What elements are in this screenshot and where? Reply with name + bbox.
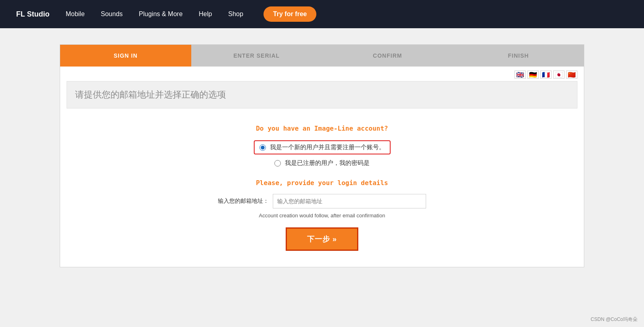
nav-item-help[interactable]: Help [199, 10, 212, 18]
email-row: 输入您的邮箱地址： [76, 194, 568, 208]
radio-existing-user-label: 我是已注册的用户，我的密码是 [285, 159, 370, 167]
flag-german[interactable]: 🇩🇪 [527, 71, 539, 79]
instruction-text: 请提供您的邮箱地址并选择正确的选项 [75, 90, 226, 100]
nav-item-shop[interactable]: Shop [228, 10, 243, 18]
step-sign-in[interactable]: SIGN IN [60, 45, 191, 67]
radio-existing-user[interactable]: 我是已注册的用户，我的密码是 [274, 159, 370, 167]
radio-existing-user-input[interactable] [274, 160, 281, 167]
watermark: CSDN @CoCo玛奇朵 [591, 316, 638, 323]
account-note: Account creation would follow, after ema… [76, 212, 568, 219]
instruction-bar: 请提供您的邮箱地址并选择正确的选项 [67, 81, 577, 108]
account-question: Do you have an Image-Line account? [76, 125, 568, 132]
navbar: FL Studio Mobile Sounds Plugins & More H… [0, 0, 644, 28]
page-content: SIGN IN ENTER SERIAL CONFIRM FINISH 🇬🇧 🇩… [0, 28, 644, 327]
steps-bar: SIGN IN ENTER SERIAL CONFIRM FINISH [60, 45, 584, 67]
flag-english[interactable]: 🇬🇧 [514, 71, 526, 79]
language-bar: 🇬🇧 🇩🇪 🇫🇷 🇯🇵 🇨🇳 [60, 67, 584, 81]
form-body: Do you have an Image-Line account? 我是一个新… [60, 117, 584, 267]
email-input[interactable] [273, 194, 426, 208]
login-details-title: Please, provide your login details [76, 179, 568, 187]
step-enter-serial[interactable]: ENTER SERIAL [191, 45, 322, 67]
flag-japanese[interactable]: 🇯🇵 [553, 71, 565, 79]
nav-item-mobile[interactable]: Mobile [66, 10, 85, 18]
nav-item-sounds[interactable]: Sounds [101, 10, 123, 18]
step-finish[interactable]: FINISH [453, 45, 584, 67]
next-button[interactable]: 下一步 » [286, 227, 358, 251]
radio-new-user-input[interactable] [259, 144, 266, 151]
step-confirm[interactable]: CONFIRM [322, 45, 453, 67]
form-container: SIGN IN ENTER SERIAL CONFIRM FINISH 🇬🇧 🇩… [60, 44, 584, 267]
nav-item-plugins[interactable]: Plugins & More [139, 10, 183, 18]
flag-french[interactable]: 🇫🇷 [540, 71, 552, 79]
radio-new-user-label: 我是一个新的用户并且需要注册一个账号。 [270, 144, 385, 151]
email-label: 输入您的邮箱地址： [218, 198, 269, 205]
try-free-button[interactable]: Try for free [263, 6, 317, 22]
radio-new-user[interactable]: 我是一个新的用户并且需要注册一个账号。 [254, 140, 391, 154]
radio-options: 我是一个新的用户并且需要注册一个账号。 我是已注册的用户，我的密码是 [76, 140, 568, 167]
next-btn-wrapper: 下一步 » [76, 227, 568, 251]
flag-chinese[interactable]: 🇨🇳 [566, 71, 577, 79]
nav-brand[interactable]: FL Studio [16, 10, 50, 19]
